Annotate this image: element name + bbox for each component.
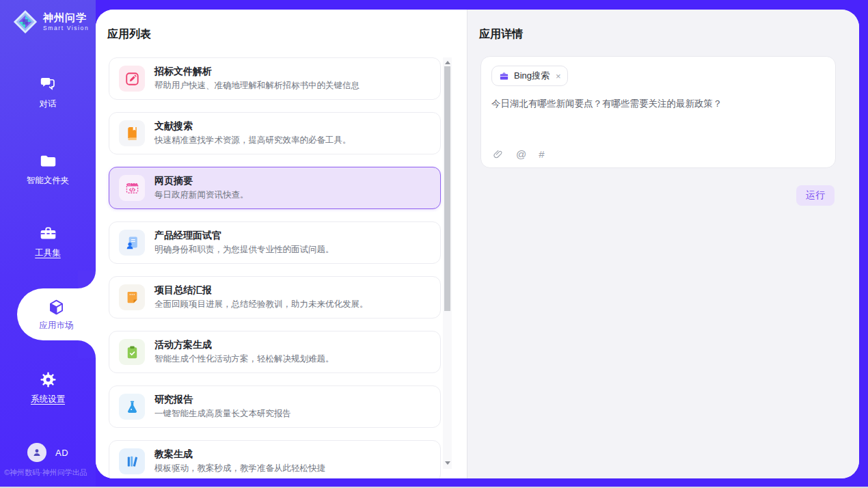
scrollbar-up-arrow-icon[interactable]	[445, 61, 450, 64]
content-surface: 应用列表 招标文件解析 帮助用户快速、准确地理解和解析招标书中的关键信息	[96, 10, 859, 478]
list-scrollbar[interactable]	[443, 57, 452, 469]
app-desc: 快速精准查找学术资源，提高研究效率的必备工具。	[154, 135, 351, 146]
app-name: 项目总结汇报	[154, 284, 368, 297]
app-card-research-report[interactable]: 研究报告 一键智能生成高质量长文本研究报告	[109, 385, 441, 428]
sidebar-item-label: 智能文件夹	[27, 175, 70, 187]
app-list-panel: 应用列表 招标文件解析 帮助用户快速、准确地理解和解析招标书中的关键信息	[96, 10, 467, 478]
app-desc: 一键智能生成高质量长文本研究报告	[154, 408, 291, 420]
attachment-icon[interactable]	[492, 148, 504, 160]
note-icon	[119, 284, 145, 310]
app-desc: 每日政府新闻资讯快查。	[154, 189, 249, 201]
tool-tag-remove-icon[interactable]: ×	[556, 71, 561, 81]
book-icon	[119, 120, 145, 146]
app-cards: 招标文件解析 帮助用户快速、准确地理解和解析招标书中的关键信息 文献搜索 快速精…	[109, 57, 441, 478]
sidebar-item-label: 工具集	[35, 247, 61, 259]
bubble-curve-top	[78, 271, 96, 288]
flask-icon	[119, 394, 145, 420]
chat-icon	[39, 75, 57, 94]
app-name: 研究报告	[154, 394, 291, 406]
sidebar-item-label: 应用市场	[40, 320, 74, 331]
bubble-curve-bottom	[78, 340, 96, 358]
gear-icon	[39, 370, 57, 389]
app-detail-panel: 应用详情 Bing搜索 × 今日湖北有哪些新闻要点？有哪些需要关注的最新政策？ …	[467, 10, 859, 478]
app-card-lesson-plan[interactable]: 教案生成 模板驱动，教案秒成，教学准备从此轻松快捷	[109, 440, 441, 478]
books-icon	[119, 448, 145, 474]
app-desc: 智能生成个性化活动方案，轻松解决规划难题。	[154, 353, 334, 365]
app-card-web-summary-selected[interactable]: 网页摘要 每日政府新闻资讯快查。	[109, 167, 441, 209]
sidebar-item-label: 系统设置	[31, 394, 65, 405]
app-card-project-summary[interactable]: 项目总结汇报 全面回顾项目进展，总结经验教训，助力未来优化发展。	[109, 276, 441, 318]
hashtag-icon[interactable]: #	[539, 148, 544, 160]
sidebar: 神州问学 Smart Vision 对话 智能文件夹 工具集	[0, 0, 96, 487]
app-desc: 帮助用户快速、准确地理解和解析招标书中的关键信息	[154, 80, 360, 92]
app-desc: 模板驱动，教案秒成，教学准备从此轻松快捷	[154, 463, 325, 474]
tool-tag-label: Bing搜索	[514, 70, 550, 82]
user-name: AD	[55, 448, 68, 458]
app-list-title: 应用列表	[107, 27, 151, 42]
clipboard-check-icon	[119, 339, 145, 365]
browser-code-icon	[119, 175, 145, 201]
person-icon	[31, 447, 42, 458]
sidebar-item-app-market-active[interactable]: 应用市场	[17, 288, 96, 340]
app-card-bid-parse[interactable]: 招标文件解析 帮助用户快速、准确地理解和解析招标书中的关键信息	[109, 57, 441, 100]
interviewer-icon	[119, 230, 145, 256]
logo-title: 神州问学	[43, 12, 89, 24]
logo-diamond-icon	[12, 9, 38, 35]
app-desc: 明确身份和职责，为您提供专业性的面试问题。	[154, 244, 334, 256]
app-name: 文献搜索	[154, 120, 351, 133]
composer-toolbar: @ #	[492, 148, 545, 160]
folder-icon	[39, 152, 57, 170]
scrollbar-down-arrow-icon[interactable]	[445, 461, 450, 465]
app-name: 网页摘要	[154, 175, 249, 187]
app-name: 活动方案生成	[154, 339, 334, 351]
scrollbar-thumb[interactable]	[444, 66, 450, 311]
toolbox-icon	[39, 224, 57, 243]
edit-square-icon	[119, 66, 145, 92]
copyright-text: ©神州数码·神州问学出品	[4, 467, 87, 478]
logo-text: 神州问学 Smart Vision	[43, 12, 89, 32]
app-card-literature-search[interactable]: 文献搜索 快速精准查找学术资源，提高研究效率的必备工具。	[109, 112, 441, 154]
sidebar-item-label: 对话	[40, 98, 57, 110]
avatar	[27, 443, 46, 462]
app-name: 产品经理面试官	[154, 230, 334, 242]
briefcase-icon	[499, 71, 509, 81]
query-text[interactable]: 今日湖北有哪些新闻要点？有哪些需要关注的最新政策？	[491, 98, 825, 110]
sidebar-item-toolset[interactable]: 工具集	[0, 224, 96, 259]
app-detail-title: 应用详情	[479, 27, 523, 42]
prompt-composer[interactable]: Bing搜索 × 今日湖北有哪些新闻要点？有哪些需要关注的最新政策？ @ #	[480, 56, 836, 168]
mention-icon[interactable]: @	[516, 148, 526, 160]
app-desc: 全面回顾项目进展，总结经验教训，助力未来优化发展。	[154, 299, 368, 310]
sidebar-item-settings[interactable]: 系统设置	[0, 370, 96, 405]
tool-tag-bing-search[interactable]: Bing搜索 ×	[491, 66, 568, 86]
app-name: 教案生成	[154, 448, 325, 461]
sidebar-item-chat[interactable]: 对话	[0, 75, 96, 110]
run-button[interactable]: 运行	[796, 185, 835, 206]
cube-icon	[47, 298, 66, 316]
app-logo: 神州问学 Smart Vision	[12, 9, 89, 35]
logo-subtitle: Smart Vision	[43, 25, 89, 31]
app-name: 招标文件解析	[154, 66, 360, 78]
app-card-pm-interviewer[interactable]: 产品经理面试官 明确身份和职责，为您提供专业性的面试问题。	[109, 221, 441, 264]
user-account[interactable]: AD	[0, 443, 96, 462]
sidebar-item-smart-folder[interactable]: 智能文件夹	[0, 152, 96, 187]
app-card-event-plan[interactable]: 活动方案生成 智能生成个性化活动方案，轻松解决规划难题。	[109, 331, 441, 373]
